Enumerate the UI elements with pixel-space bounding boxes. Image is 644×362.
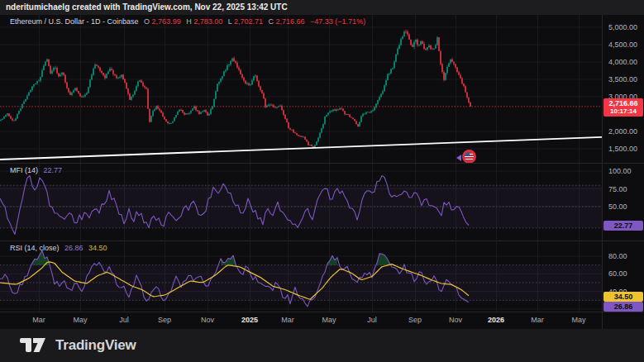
axis-tick-label: 3,500.00 [608, 75, 637, 83]
time-tick-label: Nov [449, 316, 462, 324]
event-arrow-icon [456, 155, 461, 161]
rsi-legend[interactable]: RSI (14, close) 26.86 34.50 [10, 244, 111, 252]
price-pane-legend[interactable]: Ethereum / U.S. Dollar - 1D - Coinbase O… [10, 17, 369, 26]
high-label: H [186, 17, 192, 26]
axis-tick-label: 5,000.00 [608, 23, 637, 31]
attribution-text: nderitumichaelg created with TradingView… [6, 2, 288, 12]
rsi-ma-value-badge: 34.50 [603, 292, 643, 302]
open-label: O [144, 17, 150, 26]
axis-tick-label: 80.00 [608, 252, 627, 260]
time-tick-label: Mar [281, 316, 294, 324]
rsi-value: 26.86 [64, 244, 83, 252]
tradingview-wordmark[interactable]: TradingView [55, 337, 136, 354]
axis-tick-label: 60.00 [608, 269, 627, 278]
price-scale-axis[interactable]: 2,716.66 10:17:14 22.77 34.50 26.86 5,00… [602, 15, 644, 329]
high-value: 2,783.00 [193, 17, 222, 26]
pane-divider[interactable] [0, 163, 644, 164]
tradingview-logo-icon[interactable] [20, 338, 48, 354]
trendline[interactable] [0, 137, 602, 160]
close-label: C [269, 17, 274, 26]
time-tick-label: May [73, 316, 87, 324]
change-value: −47.33 (−1.71%) [310, 17, 365, 26]
last-price-badge: 2,716.66 10:17:14 [603, 98, 643, 117]
time-tick-label: Jul [367, 316, 377, 324]
bar-countdown: 10:17:14 [605, 107, 642, 116]
time-tick-label: May [322, 316, 336, 324]
close-value: 2,716.66 [276, 17, 305, 26]
axis-tick-label: 1,500.00 [608, 145, 637, 153]
time-tick-label: Sep [408, 316, 422, 324]
symbol-title: Ethereum / U.S. Dollar - 1D - Coinbase [10, 17, 139, 26]
axis-tick-label: 50.00 [608, 202, 627, 211]
last-price: 2,716.66 [605, 99, 642, 107]
price-chart-pane[interactable] [0, 15, 602, 163]
mfi-value-badge: 22.77 [603, 221, 643, 231]
time-tick-label: Mar [32, 316, 45, 324]
us-flag-icon [462, 150, 476, 164]
time-tick-label: Mar [531, 316, 544, 324]
mfi-value: 22.77 [44, 166, 63, 174]
rsi-title: RSI (14, close) [10, 244, 60, 252]
mfi-indicator-pane[interactable] [0, 163, 602, 240]
time-tick-label: 2025 [241, 316, 258, 324]
branding-bar: TradingView [0, 329, 644, 362]
axis-divider [0, 312, 644, 312]
time-tick-label: 2026 [488, 316, 504, 324]
axis-tick-label: 4,000.00 [608, 58, 637, 66]
axis-tick-label: 2,000.00 [608, 127, 637, 136]
pane-divider[interactable] [0, 241, 644, 241]
rsi-ma-value: 34.50 [88, 244, 107, 252]
axis-tick-label: 4,500.00 [608, 40, 637, 49]
time-tick-label: Jul [119, 316, 129, 324]
axis-tick-label: 100.00 [608, 167, 632, 175]
time-tick-label: May [571, 316, 585, 324]
tradingview-snapshot: nderitumichaelg created with TradingView… [0, 0, 644, 362]
time-tick-label: Nov [201, 316, 214, 324]
mfi-legend[interactable]: MFI (14) 22.77 [10, 166, 65, 174]
open-value: 2,763.99 [152, 17, 181, 26]
low-label: L [228, 17, 232, 26]
rsi-value-badge: 26.86 [603, 302, 643, 312]
attribution-bar: nderitumichaelg created with TradingView… [0, 0, 644, 15]
time-scale-axis[interactable]: MarMayJulSepNov2025MarMayJulSepNov2026Ma… [0, 312, 602, 329]
mfi-title: MFI (14) [10, 166, 38, 174]
time-tick-label: Sep [158, 316, 171, 324]
low-value: 2,702.71 [234, 17, 263, 26]
axis-tick-label: 75.00 [608, 185, 627, 193]
